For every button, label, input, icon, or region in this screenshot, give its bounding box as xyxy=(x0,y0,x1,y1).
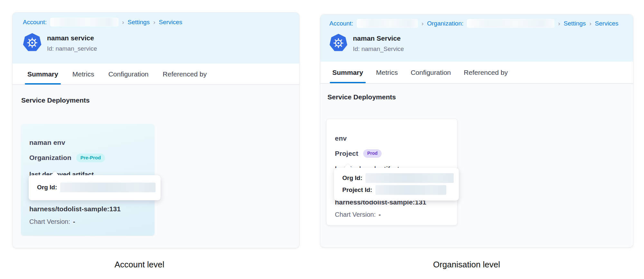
environment-name: env xyxy=(335,135,347,142)
breadcrumb-account-link[interactable]: Account: xyxy=(329,20,353,27)
chart-version-value: - xyxy=(379,211,381,218)
environment-card[interactable]: naman env Organization Pre-Prod last dep… xyxy=(21,124,155,236)
project-id-row: Project Id: xyxy=(342,185,454,195)
organisation-tab-bar: Summary Metrics Configuration Referenced… xyxy=(320,62,633,84)
account-panel-header: Account: › Settings › Services xyxy=(13,13,299,64)
tab-summary[interactable]: Summary xyxy=(27,64,58,85)
env-type-badge: Pre-Prod xyxy=(76,154,105,162)
account-tab-bar: Summary Metrics Configuration Referenced… xyxy=(13,64,299,85)
chart-version-value: - xyxy=(73,218,75,225)
org-id-row: Org Id: xyxy=(342,173,454,183)
org-id-label: Org Id: xyxy=(37,184,57,191)
chevron-right-icon: › xyxy=(589,20,591,27)
tab-referenced-by[interactable]: Referenced by xyxy=(464,62,508,83)
screenshot-canvas: Account: › Settings › Services xyxy=(0,0,644,279)
service-title-block: naman Service Id: naman_Service xyxy=(353,35,404,53)
redacted-org-id xyxy=(365,173,454,183)
environment-name: naman env xyxy=(29,139,65,146)
tab-summary[interactable]: Summary xyxy=(332,62,363,83)
chevron-right-icon: › xyxy=(153,19,155,26)
artifact-name: harness/todolist-sample:131 xyxy=(29,205,121,213)
tab-metrics[interactable]: Metrics xyxy=(376,62,398,83)
service-id: Id: naman_service xyxy=(47,45,97,52)
chevron-right-icon: › xyxy=(558,20,560,27)
redacted-account-name xyxy=(357,19,418,28)
account-panel-surface: Account: › Settings › Services xyxy=(13,13,299,248)
service-name: naman Service xyxy=(353,35,404,42)
breadcrumb: Account: › Settings › Services xyxy=(23,18,289,26)
breadcrumb-services-link[interactable]: Services xyxy=(159,19,182,26)
kubernetes-icon xyxy=(329,34,347,54)
breadcrumb-services-link[interactable]: Services xyxy=(595,20,619,27)
service-name: naman service xyxy=(47,34,97,42)
breadcrumb-settings-link[interactable]: Settings xyxy=(128,19,150,26)
account-level-caption: Account level xyxy=(12,260,267,270)
service-deployments-title: Service Deployments xyxy=(320,84,633,101)
chart-version-line: Chart Version:- xyxy=(335,211,381,218)
redacted-org-id xyxy=(60,183,156,192)
redacted-account-name xyxy=(50,18,118,26)
environment-scope-row: Project Prod xyxy=(335,149,382,158)
project-id-label: Project Id: xyxy=(342,186,372,194)
environment-scope-row: Organization Pre-Prod xyxy=(29,154,105,162)
org-project-id-tooltip: Org Id: Project Id: xyxy=(334,168,459,201)
breadcrumb-organization-link[interactable]: Organization: xyxy=(427,20,463,27)
org-id-row: Org Id: xyxy=(37,183,156,192)
tab-configuration[interactable]: Configuration xyxy=(108,64,148,85)
chart-version-label: Chart Version: xyxy=(29,218,70,225)
tab-referenced-by[interactable]: Referenced by xyxy=(163,64,207,85)
service-title-block: naman service Id: naman_service xyxy=(47,34,97,52)
chart-version-line: Chart Version:- xyxy=(29,218,75,225)
breadcrumb-settings-link[interactable]: Settings xyxy=(564,20,586,27)
environment-scope: Project xyxy=(335,150,358,157)
chart-version-label: Chart Version: xyxy=(335,211,376,218)
chevron-right-icon: › xyxy=(122,19,124,26)
env-type-badge: Prod xyxy=(363,149,382,158)
service-deployments-title: Service Deployments xyxy=(13,85,299,104)
organisation-level-caption: Organisation level xyxy=(320,260,613,270)
organisation-summary-body: Service Deployments env Project Prod las… xyxy=(320,84,633,246)
org-id-label: Org Id: xyxy=(342,174,362,182)
account-level-panel: Account: › Settings › Services xyxy=(12,12,299,248)
tab-configuration[interactable]: Configuration xyxy=(411,62,451,83)
breadcrumb: Account: › Organization: › Settings › Se… xyxy=(329,19,623,28)
breadcrumb-account-link[interactable]: Account: xyxy=(23,19,47,26)
environment-card[interactable]: env Project Prod last deployed artifact … xyxy=(326,119,458,225)
tab-metrics[interactable]: Metrics xyxy=(72,64,94,85)
account-summary-body: Service Deployments naman env Organizati… xyxy=(13,85,299,247)
service-header: naman Service Id: naman_Service xyxy=(329,34,623,54)
environment-scope: Organization xyxy=(29,154,71,162)
redacted-project-id xyxy=(375,185,446,195)
organisation-level-panel: Account: › Organization: › Settings › Se… xyxy=(320,14,633,247)
org-id-tooltip: Org Id: xyxy=(29,175,161,200)
redacted-organization-name xyxy=(467,19,554,28)
organisation-panel-header: Account: › Organization: › Settings › Se… xyxy=(320,15,633,62)
service-header: naman service Id: naman_service xyxy=(23,33,289,54)
organisation-panel-surface: Account: › Organization: › Settings › Se… xyxy=(320,15,633,247)
chevron-right-icon: › xyxy=(421,20,423,27)
kubernetes-icon xyxy=(23,33,42,54)
service-id: Id: naman_Service xyxy=(353,45,404,53)
